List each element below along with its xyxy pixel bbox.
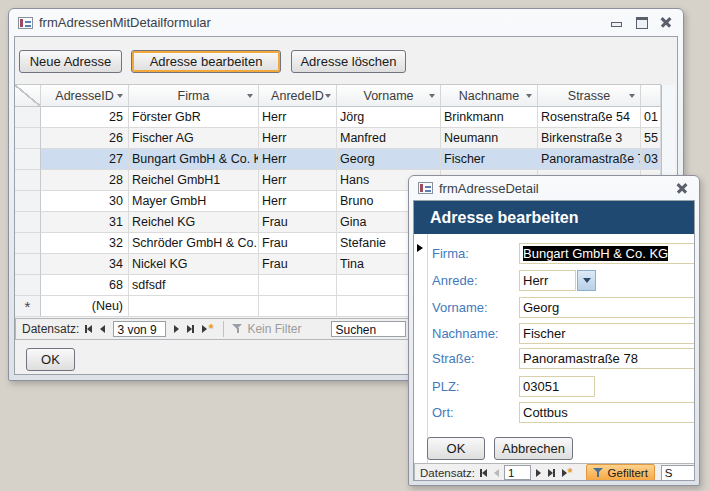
table-cell-nachname[interactable]: Neumann <box>441 128 538 149</box>
column-dropdown-icon[interactable] <box>429 94 435 98</box>
table-cell-anredeid[interactable]: Herr <box>259 149 337 170</box>
text-field[interactable]: 03051 <box>519 376 595 397</box>
table-cell-vorname[interactable]: Jörg <box>337 107 441 128</box>
detail-ok-button[interactable]: OK <box>427 437 485 460</box>
table-cell-anredeid[interactable]: Herr <box>259 107 337 128</box>
column-header[interactable]: AdresseID <box>41 85 129 107</box>
row-selector-cell[interactable] <box>15 191 41 212</box>
record-position-box[interactable]: 3 von 9 <box>113 321 166 337</box>
table-cell-firma[interactable]: Nickel KG <box>129 254 259 275</box>
detail-window-titlebar[interactable]: frmAdresseDetail <box>409 176 699 200</box>
table-cell-anredeid[interactable]: Frau <box>259 212 337 233</box>
table-cell-firma[interactable]: Fischer AG <box>129 128 259 149</box>
table-cell-anredeid[interactable] <box>259 275 337 296</box>
row-selector-cell[interactable] <box>15 107 41 128</box>
table-cell-adresseid[interactable]: 26 <box>41 128 129 149</box>
delete-address-button[interactable]: Adresse löschen <box>291 50 406 73</box>
table-cell-anredeid[interactable]: Herr <box>259 191 337 212</box>
table-cell-firma[interactable]: Reichel KG <box>129 212 259 233</box>
filter-state-label[interactable]: Kein Filter <box>247 322 301 336</box>
table-cell-vorname[interactable]: Georg <box>337 149 441 170</box>
edit-address-button[interactable]: Adresse bearbeiten <box>131 50 281 73</box>
table-cell-vorname[interactable]: Manfred <box>337 128 441 149</box>
table-cell-firma[interactable]: sdfsdf <box>129 275 259 296</box>
column-header[interactable]: Nachname <box>441 85 538 107</box>
new-record-button[interactable]: * <box>200 322 215 336</box>
row-selector-cell[interactable] <box>15 212 41 233</box>
table-cell-firma[interactable]: Förster GbR <box>129 107 259 128</box>
table-cell-firma[interactable]: Bungart GmbH & Co. KG <box>129 149 259 170</box>
new-record-button[interactable]: * <box>560 466 575 480</box>
table-cell-adresseid[interactable]: 32 <box>41 233 129 254</box>
table-cell-anredeid[interactable]: Frau <box>259 254 337 275</box>
next-record-button[interactable] <box>534 466 543 480</box>
column-header[interactable] <box>641 85 661 107</box>
row-selector-cell[interactable] <box>15 275 41 296</box>
column-dropdown-icon[interactable] <box>325 94 331 98</box>
filtered-badge[interactable]: Gefiltert <box>586 464 655 481</box>
table-cell-strasse[interactable]: Birkenstraße 3 <box>538 128 641 149</box>
last-record-button[interactable] <box>546 466 557 480</box>
text-field[interactable]: Bungart GmbH & Co. KG <box>519 243 695 264</box>
close-icon[interactable] <box>658 16 674 29</box>
table-cell-firma[interactable]: Mayer GmbH <box>129 191 259 212</box>
table-cell-partial[interactable]: 01 <box>641 107 661 128</box>
column-dropdown-icon[interactable] <box>247 94 253 98</box>
new-row-cell[interactable] <box>259 296 337 317</box>
column-dropdown-icon[interactable] <box>117 94 123 98</box>
column-header[interactable]: Vorname <box>337 85 441 107</box>
table-cell-anredeid[interactable]: Herr <box>259 128 337 149</box>
new-row-cell[interactable] <box>129 296 259 317</box>
new-row-selector-cell[interactable]: * <box>15 296 41 317</box>
maximize-icon[interactable] <box>633 16 649 29</box>
text-field[interactable]: Panoramastraße 78 <box>519 348 695 369</box>
minimize-icon[interactable] <box>608 16 624 29</box>
table-cell-nachname[interactable]: Fischer <box>441 149 538 170</box>
row-selector-cell[interactable] <box>15 254 41 275</box>
select-all-corner[interactable] <box>15 85 41 107</box>
record-selector-bar[interactable] <box>414 234 428 463</box>
search-input[interactable]: Suchen <box>331 321 406 337</box>
search-input[interactable]: S <box>661 465 695 481</box>
table-cell-adresseid[interactable]: 27 <box>41 149 129 170</box>
table-cell-anredeid[interactable]: Herr <box>259 170 337 191</box>
table-cell-nachname[interactable]: Brinkmann <box>441 107 538 128</box>
anrede-combobox[interactable]: Herr <box>519 270 596 291</box>
new-row-cell[interactable]: (Neu) <box>41 296 129 317</box>
row-selector-cell[interactable] <box>15 149 41 170</box>
first-record-button[interactable] <box>478 466 489 480</box>
table-cell-adresseid[interactable]: 68 <box>41 275 129 296</box>
main-window-titlebar[interactable]: frmAdressenMitDetailformular <box>9 9 683 36</box>
table-cell-firma[interactable]: Reichel GmbH1 <box>129 170 259 191</box>
table-cell-adresseid[interactable]: 28 <box>41 170 129 191</box>
text-field[interactable]: Fischer <box>519 323 695 344</box>
table-cell-anredeid[interactable]: Frau <box>259 233 337 254</box>
previous-record-button[interactable] <box>98 322 107 336</box>
text-field[interactable]: Georg <box>519 297 695 318</box>
chevron-down-icon[interactable] <box>577 270 596 291</box>
next-record-button[interactable] <box>172 322 181 336</box>
row-selector-cell[interactable] <box>15 233 41 254</box>
column-header[interactable]: AnredeID <box>259 85 337 107</box>
main-ok-button[interactable]: OK <box>26 348 75 371</box>
last-record-button[interactable] <box>185 322 196 336</box>
first-record-button[interactable] <box>83 322 94 336</box>
previous-record-button[interactable] <box>492 466 501 480</box>
column-dropdown-icon[interactable] <box>629 94 635 98</box>
detail-cancel-button[interactable]: Abbrechen <box>494 437 573 460</box>
table-cell-adresseid[interactable]: 25 <box>41 107 129 128</box>
table-cell-adresseid[interactable]: 31 <box>41 212 129 233</box>
table-cell-partial[interactable]: 03 <box>641 149 661 170</box>
record-position-box[interactable]: 1 von 1 <box>504 465 531 480</box>
text-field[interactable]: Cottbus <box>519 402 695 423</box>
column-dropdown-icon[interactable] <box>526 94 532 98</box>
table-cell-adresseid[interactable]: 30 <box>41 191 129 212</box>
table-cell-strasse[interactable]: Rosenstraße 54 <box>538 107 641 128</box>
table-cell-adresseid[interactable]: 34 <box>41 254 129 275</box>
table-cell-partial[interactable]: 55 <box>641 128 661 149</box>
row-selector-cell[interactable] <box>15 128 41 149</box>
new-address-button[interactable]: Neue Adresse <box>19 50 122 73</box>
row-selector-cell[interactable] <box>15 170 41 191</box>
combobox-value[interactable]: Herr <box>519 270 576 291</box>
table-cell-strasse[interactable]: Panoramastraße 78 <box>538 149 641 170</box>
